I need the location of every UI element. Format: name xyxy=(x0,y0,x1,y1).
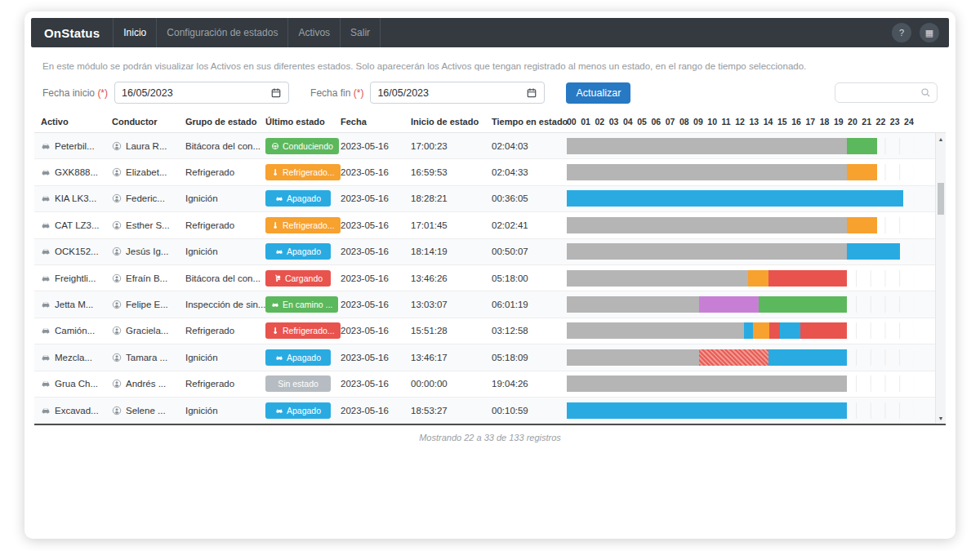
navbar-right: ? ▦ xyxy=(892,23,939,42)
timeline-segment-orange[interactable] xyxy=(847,217,876,233)
start-date-input[interactable] xyxy=(122,87,270,99)
table-row[interactable]: Grua Ch...Andrés ...RefrigeradoSin estad… xyxy=(34,371,935,398)
hour-label: 16 xyxy=(791,117,801,127)
timeline-segment-gray[interactable] xyxy=(567,322,744,339)
end-date-field[interactable] xyxy=(370,82,545,104)
timeline-segment-gray[interactable] xyxy=(567,138,847,154)
column-header-activo: Activo xyxy=(34,117,112,127)
timeline-segment-blue[interactable] xyxy=(567,402,847,419)
state-group-cell: Ignición xyxy=(185,353,265,362)
hour-label: 21 xyxy=(862,117,871,127)
nav-menu: InicioConfiguración de estadosActivosSal… xyxy=(113,18,381,47)
timeline-segment-gray[interactable] xyxy=(567,349,699,366)
table-row[interactable]: Mezcla...Tamara ...IgniciónApagado2023-0… xyxy=(34,344,935,371)
app-brand: OnStatus xyxy=(44,26,100,40)
state-start-cell: 13:03:07 xyxy=(411,300,492,309)
status-label: Refrigerado... xyxy=(283,167,335,177)
driver-name: Felipe E... xyxy=(126,300,168,309)
date-cell: 2023-05-16 xyxy=(341,220,411,230)
state-start-cell: 15:51:28 xyxy=(411,326,492,335)
date-cell: 2023-05-16 xyxy=(341,247,411,256)
nav-item-salir[interactable]: Salir xyxy=(340,18,381,47)
timeline-segment-red[interactable] xyxy=(769,322,779,339)
search-input[interactable] xyxy=(841,87,920,99)
nav-item-activos[interactable]: Activos xyxy=(287,18,340,47)
state-group-cell: Ignición xyxy=(185,247,265,256)
timeline-segment-gray[interactable] xyxy=(567,296,699,313)
last-state-cell: Apagado xyxy=(265,349,341,366)
hour-label: 20 xyxy=(848,117,858,127)
table-row[interactable]: Freightli...Efraín B...Bitácora del con.… xyxy=(34,265,935,291)
timeline-segment-orange[interactable] xyxy=(753,322,769,339)
timeline-segment-gray[interactable] xyxy=(567,217,847,233)
table-row[interactable]: Excavad...Selene ...IgniciónApagado2023-… xyxy=(34,398,935,424)
nav-item-configuraci-n-de-estados[interactable]: Configuración de estados xyxy=(156,18,287,47)
end-date-input[interactable] xyxy=(377,87,526,99)
state-group-cell: Refrigerado xyxy=(185,326,265,335)
timeline-segment-gray[interactable] xyxy=(567,243,847,260)
date-cell: 2023-05-16 xyxy=(341,273,411,283)
table-row[interactable]: CAT LZ3...Esther S...RefrigeradoRefriger… xyxy=(34,212,935,238)
asset-cell: GXK888... xyxy=(34,167,112,177)
asset-name: Freightli... xyxy=(55,273,96,283)
start-date-field[interactable] xyxy=(114,82,289,104)
table-row[interactable]: Jetta M...Felipe E...Inspección de sin..… xyxy=(34,291,935,318)
timeline-segment-green[interactable] xyxy=(759,296,847,313)
vehicle-icon xyxy=(41,379,51,389)
column-header-fecha: Fecha xyxy=(341,117,411,127)
table-row[interactable]: Camión...Graciela...RefrigeradoRefrigera… xyxy=(34,318,935,344)
timeline-segment-gray[interactable] xyxy=(567,164,847,180)
asset-name: Peterbil... xyxy=(55,141,95,151)
timeline-track xyxy=(567,270,914,287)
timeline-segment-orange[interactable] xyxy=(847,164,876,180)
status-label: Apagado xyxy=(287,353,321,362)
last-state-cell: Apagado xyxy=(265,402,341,419)
asset-name: GXK888... xyxy=(55,167,98,177)
timeline-segment-orange[interactable] xyxy=(748,270,768,287)
driver-icon xyxy=(112,300,122,309)
timeline-segment-red[interactable] xyxy=(768,270,847,287)
timeline-segment-gray[interactable] xyxy=(567,270,748,287)
timeline-segment-purple[interactable] xyxy=(699,296,759,313)
help-button[interactable]: ? xyxy=(892,23,911,42)
timeline-segment-blue[interactable] xyxy=(567,190,903,207)
start-date-label: Fecha inicio (*) xyxy=(42,87,108,99)
apps-grid-button[interactable]: ▦ xyxy=(920,23,939,42)
driver-cell: Tamara ... xyxy=(112,353,185,362)
car-icon xyxy=(275,353,283,362)
table-row[interactable]: OCK152...Jesús Ig...IgniciónApagado2023-… xyxy=(34,239,935,265)
scroll-down-arrow[interactable]: ▼ xyxy=(936,413,946,423)
driver-name: Efraín B... xyxy=(126,273,167,283)
timeline-segment-blue[interactable] xyxy=(768,349,847,366)
column-header-tiempo-en-estado: Tiempo en estado xyxy=(492,117,567,127)
truck-icon xyxy=(274,274,282,282)
timeline-segment-green[interactable] xyxy=(847,138,876,154)
timeline-segment-red[interactable] xyxy=(800,322,848,339)
car-icon xyxy=(275,194,283,202)
hour-label: 03 xyxy=(609,117,619,127)
driver-cell: Laura R... xyxy=(112,141,185,151)
state-group-cell: Ignición xyxy=(185,406,265,415)
scrollbar-thumb[interactable] xyxy=(938,183,944,215)
update-button[interactable]: Actualizar xyxy=(566,82,630,104)
timeline-track xyxy=(567,217,914,233)
timeline-segment-blue[interactable] xyxy=(780,322,800,339)
asset-cell: OCK152... xyxy=(34,247,112,256)
timeline-segment-blue[interactable] xyxy=(744,322,753,339)
status-label: Conduciendo xyxy=(283,141,333,151)
timeline-segment-red_striped[interactable] xyxy=(699,349,769,366)
timeline-segment-blue[interactable] xyxy=(847,243,900,260)
table-row[interactable]: KIA LK3...Federic...IgniciónApagado2023-… xyxy=(34,186,935,212)
search-field[interactable] xyxy=(835,82,938,103)
table-row[interactable]: GXK888...Elizabet...RefrigeradoRefrigera… xyxy=(34,159,935,185)
driver-cell: Graciela... xyxy=(112,326,185,335)
column-header-conductor: Conductor xyxy=(112,117,185,127)
vertical-scrollbar[interactable]: ▲ ▼ xyxy=(935,133,946,424)
state-group-cell: Refrigerado xyxy=(185,220,265,230)
timeline-segment-gray[interactable] xyxy=(567,375,847,392)
table-row[interactable]: Peterbil...Laura R...Bitácora del con...… xyxy=(34,133,935,159)
nav-item-inicio[interactable]: Inicio xyxy=(113,18,156,47)
scroll-up-arrow[interactable]: ▲ xyxy=(936,134,946,144)
status-badge: Cargando xyxy=(265,270,331,287)
timeline-hours: 0001020304050607080910111213141516171819… xyxy=(567,117,914,127)
